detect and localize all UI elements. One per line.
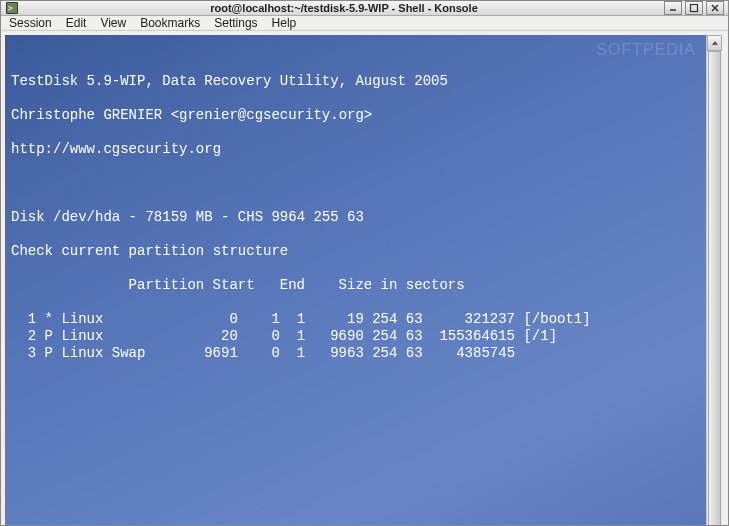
menubar: Session Edit View Bookmarks Settings Hel… [1, 16, 728, 31]
part-end-head: 254 [364, 311, 398, 328]
blank-line [11, 481, 700, 498]
scrollbar[interactable] [706, 35, 722, 526]
terminal[interactable]: SOFTPEDIA TestDisk 5.9-WIP, Data Recover… [5, 35, 706, 526]
header-line-1: TestDisk 5.9-WIP, Data Recovery Utility,… [11, 73, 700, 90]
menu-edit[interactable]: Edit [66, 16, 87, 30]
part-name: Linux [53, 328, 187, 345]
col-end: End [213, 277, 305, 294]
partition-row[interactable]: 1 * Linux0111925463321237[/boot1] [11, 311, 700, 328]
part-flag: * [36, 311, 53, 328]
part-end-cyl: 19 [305, 311, 364, 328]
part-num: 3 [11, 345, 36, 362]
part-end-head: 254 [364, 328, 398, 345]
part-name: Linux Swap [53, 345, 187, 362]
col-size: Size in sectors [305, 277, 465, 294]
part-start-head: 1 [238, 311, 280, 328]
check-line: Check current partition structure [11, 243, 700, 260]
part-name: Linux [53, 311, 187, 328]
col-start: Start [129, 277, 213, 294]
part-flag: P [36, 328, 53, 345]
window-title: root@localhost:~/testdisk-5.9-WIP - Shel… [24, 2, 664, 14]
part-start-cyl: 9691 [187, 345, 237, 362]
menu-session[interactable]: Session [9, 16, 52, 30]
blank-line [11, 515, 700, 526]
col-partition: Partition [11, 277, 129, 294]
svg-rect-4 [691, 5, 698, 12]
part-size: 321237 [423, 311, 515, 328]
svg-text:>: > [8, 4, 13, 13]
part-label: [/boot1] [515, 311, 591, 328]
header-line-3: http://www.cgsecurity.org [11, 141, 700, 158]
part-num: 1 [11, 311, 36, 328]
part-end-cyl: 9690 [305, 328, 364, 345]
header-line-2: Christophe GRENIER <grenier@cgsecurity.o… [11, 107, 700, 124]
blank-line [11, 447, 700, 464]
close-button[interactable] [706, 1, 724, 15]
part-end-sect: 63 [397, 311, 422, 328]
part-label [515, 345, 523, 362]
part-start-head: 0 [238, 328, 280, 345]
part-start-head: 0 [238, 345, 280, 362]
part-end-head: 254 [364, 345, 398, 362]
menu-settings[interactable]: Settings [214, 16, 257, 30]
scroll-up-button[interactable] [707, 35, 722, 51]
svg-marker-7 [712, 41, 718, 45]
part-start-cyl: 20 [187, 328, 237, 345]
part-end-cyl: 9963 [305, 345, 364, 362]
part-end-sect: 63 [397, 328, 422, 345]
partition-row[interactable]: 2 P Linux2001969025463155364615[/1] [11, 328, 700, 345]
column-headers: PartitionStartEndSize in sectors [11, 277, 700, 294]
scroll-track[interactable] [707, 51, 722, 526]
maximize-button[interactable] [685, 1, 703, 15]
blank-line [11, 413, 700, 430]
minimize-button[interactable] [664, 1, 682, 15]
part-flag: P [36, 345, 53, 362]
blank-line [11, 379, 700, 396]
part-num: 2 [11, 328, 36, 345]
disk-line: Disk /dev/hda - 78159 MB - CHS 9964 255 … [11, 209, 700, 226]
part-size: 4385745 [423, 345, 515, 362]
part-size: 155364615 [423, 328, 515, 345]
titlebar: > root@localhost:~/testdisk-5.9-WIP - Sh… [1, 1, 728, 16]
part-start-cyl: 0 [187, 311, 237, 328]
watermark: SOFTPEDIA [596, 41, 696, 58]
part-end-sect: 63 [397, 345, 422, 362]
menu-help[interactable]: Help [272, 16, 297, 30]
scroll-thumb[interactable] [708, 51, 721, 526]
terminal-container: SOFTPEDIA TestDisk 5.9-WIP, Data Recover… [1, 31, 728, 526]
app-icon: > [5, 1, 19, 15]
blank-line [11, 175, 700, 192]
window-buttons [664, 1, 724, 15]
part-label: [/1] [515, 328, 557, 345]
part-start-sect: 1 [280, 345, 305, 362]
menu-view[interactable]: View [100, 16, 126, 30]
partition-row[interactable]: 3 P Linux Swap9691019963254634385745 [11, 345, 700, 362]
part-start-sect: 1 [280, 311, 305, 328]
menu-bookmarks[interactable]: Bookmarks [140, 16, 200, 30]
part-start-sect: 1 [280, 328, 305, 345]
